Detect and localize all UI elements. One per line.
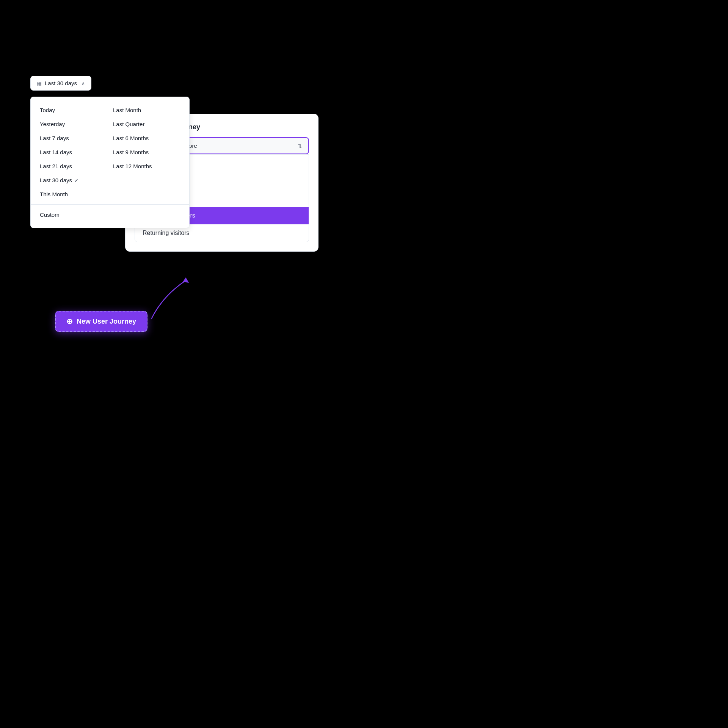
date-option-last-12-months[interactable]: Last 12 Months <box>110 159 183 173</box>
new-user-journey-button[interactable]: ⊕ New User Journey <box>55 311 147 332</box>
new-journey-button-label: New User Journey <box>77 318 136 326</box>
chevron-up-icon: ∧ <box>82 81 85 86</box>
date-option-this-month[interactable]: This Month <box>37 187 110 201</box>
svg-marker-0 <box>183 277 189 283</box>
date-option-last-6-months[interactable]: Last 6 Months <box>110 131 183 145</box>
date-option-last-9-months[interactable]: Last 9 Months <box>110 145 183 159</box>
scene-container: ▦ Last 30 days ∧ Today Last Month Yester… <box>23 76 402 379</box>
plus-circle-icon: ⊕ <box>66 317 73 326</box>
date-option-yesterday[interactable]: Yesterday <box>37 117 110 131</box>
date-range-dropdown: Today Last Month Yesterday Last Quarter … <box>30 97 190 228</box>
date-option-last-month[interactable]: Last Month <box>110 103 183 117</box>
calendar-icon: ▦ <box>37 80 42 86</box>
date-range-grid: Today Last Month Yesterday Last Quarter … <box>31 103 189 201</box>
date-range-button[interactable]: ▦ Last 30 days ∧ <box>30 76 91 91</box>
date-range-divider <box>31 204 189 205</box>
check-icon: ✓ <box>74 177 79 183</box>
updown-icon: ⇅ <box>298 143 302 149</box>
date-option-last-quarter[interactable]: Last Quarter <box>110 117 183 131</box>
date-range-button-label: Last 30 days <box>45 80 77 86</box>
date-option-last-30-days[interactable]: Last 30 days ✓ <box>37 173 110 187</box>
date-option-custom[interactable]: Custom <box>31 208 189 222</box>
date-option-last-21-days[interactable]: Last 21 days <box>37 159 110 173</box>
date-option-last-14-days[interactable]: Last 14 days <box>37 145 110 159</box>
date-option-last-7-days[interactable]: Last 7 days <box>37 131 110 145</box>
date-option-today[interactable]: Today <box>37 103 110 117</box>
